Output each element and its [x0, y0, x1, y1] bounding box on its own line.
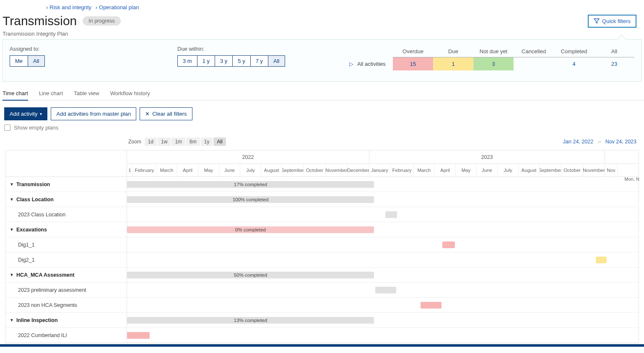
gantt-bar[interactable]: 17% completed [127, 181, 374, 188]
tab-workflow-history[interactable]: Workflow history [110, 88, 150, 100]
gantt-group-label[interactable]: HCA_MCA Assessment [16, 272, 75, 278]
gantt-task-label[interactable]: Dig2_1 [18, 257, 35, 263]
gantt-bar[interactable]: 100% completed [127, 196, 374, 203]
gantt-bar[interactable] [421, 302, 441, 309]
quick-filters-button[interactable]: Quick filters [588, 15, 636, 28]
summary-header: Cancelled [514, 46, 554, 57]
summary-header: Not due yet [473, 46, 514, 57]
arrow-right-icon: → [597, 139, 602, 145]
zoom-option[interactable]: 1y [201, 138, 213, 146]
due-within-option[interactable]: 3 m [177, 55, 197, 67]
summary-cell [514, 57, 554, 71]
timeline-month: November [583, 164, 605, 176]
zoom-option[interactable]: 1w [158, 138, 171, 146]
due-within-option[interactable]: 7 y [251, 55, 268, 67]
timeline-month: May [456, 164, 477, 176]
gantt-bar[interactable] [385, 211, 397, 218]
gantt-task-row[interactable]: Dig2_1 [5, 252, 127, 267]
due-within-option[interactable]: 3 y [215, 55, 233, 67]
gantt-task-row[interactable]: 2022 Cumberland ILI [5, 328, 127, 343]
gantt-group-row[interactable]: ▼HCA_MCA Assessment [5, 267, 127, 283]
gantt-task-label[interactable]: Dig1_1 [18, 242, 35, 248]
gantt-group-row[interactable]: ▼Inline Inspection [5, 313, 127, 328]
timeline-month: February [390, 164, 414, 176]
breadcrumb-item[interactable]: › Operational plan [96, 4, 139, 10]
gantt-bar[interactable] [127, 332, 150, 339]
timeline-year: 2022 [127, 151, 369, 164]
assigned-to-option[interactable]: All [28, 55, 44, 67]
gantt-group-label[interactable]: Class Location [16, 197, 54, 202]
gantt-chart: Mon, N 20222023 1FebruaryMarchAprilMayJu… [5, 150, 639, 343]
date-range-from[interactable]: Jan 24, 2022 [563, 139, 593, 145]
date-range-to[interactable]: Nov 24, 2023 [605, 139, 636, 145]
gantt-group-row[interactable]: ▼Transmission [5, 177, 127, 192]
due-within-option[interactable]: 5 y [233, 55, 250, 67]
timeline-month: March [156, 164, 177, 176]
breadcrumb-item[interactable]: › Risk and integrity [46, 4, 91, 10]
timeline-month: March [414, 164, 435, 176]
summary-cell[interactable]: 23 [594, 57, 634, 71]
collapse-icon[interactable]: ▼ [10, 227, 14, 232]
collapse-icon[interactable]: ▼ [10, 182, 14, 187]
zoom-option[interactable]: 1d [145, 138, 157, 146]
gantt-task-row[interactable]: 2023 non HCA Segments [5, 298, 127, 313]
tab-time-chart[interactable]: Time chart [3, 88, 28, 101]
timeline-month: August [261, 164, 282, 176]
gantt-task-label[interactable]: 2023 Class Location [18, 212, 65, 218]
summary-cell[interactable]: 15 [393, 57, 433, 71]
gantt-task-row[interactable]: 2023 preliminary assessment [5, 283, 127, 298]
gantt-timeline-row: 100% completed [127, 192, 639, 207]
assigned-to-option[interactable]: Me [10, 55, 28, 67]
gantt-group-row[interactable]: ▼Class Location [5, 192, 127, 207]
date-range: Jan 24, 2022 → Nov 24, 2023 [563, 139, 636, 145]
summary-cell[interactable]: 4 [554, 57, 594, 71]
filter-panel: Assigned to: MeAll Due within: 3 m1 y3 y… [3, 39, 641, 82]
zoom-option[interactable]: All [213, 138, 226, 146]
add-activity-button[interactable]: Add activity▾ [4, 107, 47, 120]
collapse-icon[interactable]: ▼ [10, 197, 14, 202]
collapse-icon[interactable]: ▼ [10, 273, 14, 277]
show-empty-plans-checkbox[interactable] [4, 125, 10, 131]
gantt-bar[interactable] [442, 241, 455, 248]
timeline-month: September [540, 164, 561, 176]
chevron-right-icon: › [96, 4, 97, 10]
gantt-task-label[interactable]: 2023 non HCA Segments [18, 302, 77, 308]
timeline-month: February [133, 164, 156, 176]
timeline-month: January [369, 164, 390, 176]
collapse-icon[interactable]: ▼ [10, 318, 14, 322]
add-from-master-button[interactable]: Add activities from master plan [51, 107, 136, 120]
gantt-group-label[interactable]: Inline Inspection [16, 317, 58, 323]
summary-cell[interactable]: 3 [473, 57, 514, 71]
gantt-bar[interactable] [596, 257, 607, 263]
gantt-bar[interactable]: 13% completed [127, 317, 374, 324]
zoom-option[interactable]: 6m [186, 138, 200, 146]
gantt-bar[interactable]: 0% completed [127, 226, 374, 233]
gantt-task-label[interactable]: 2023 preliminary assessment [18, 287, 86, 293]
tab-line-chart[interactable]: Line chart [39, 88, 63, 100]
page-title: Transmission [3, 14, 77, 28]
summary-row-label[interactable]: ▷ All activities [347, 57, 393, 71]
gantt-bar[interactable] [375, 287, 396, 293]
timeline-month: May [198, 164, 219, 176]
footer-bar [0, 344, 644, 347]
gantt-task-row[interactable]: Dig1_1 [5, 237, 127, 252]
gantt-timeline-row: 50% completed [127, 267, 639, 283]
gantt-group-label[interactable]: Excavations [16, 227, 47, 233]
tab-table-view[interactable]: Table view [74, 88, 99, 100]
due-within-option[interactable]: All [268, 55, 285, 67]
gantt-bar[interactable]: 50% completed [127, 272, 374, 278]
due-within-option[interactable]: 1 y [197, 55, 215, 67]
timeline-month: Nov [605, 164, 618, 176]
timeline-month: August [519, 164, 540, 176]
timeline-month: April [177, 164, 198, 176]
gantt-group-label[interactable]: Transmission [16, 182, 50, 187]
gantt-group-row[interactable]: ▼Excavations [5, 222, 127, 237]
summary-cell[interactable]: 1 [433, 57, 473, 71]
chevron-right-icon: › [46, 4, 48, 10]
gantt-task-row[interactable]: 2023 Class Location [5, 207, 127, 222]
breadcrumb: › Risk and integrity › Operational plan [0, 0, 644, 12]
timeline-month: July [240, 164, 261, 176]
zoom-option[interactable]: 1m [171, 138, 185, 146]
gantt-task-label[interactable]: 2022 Cumberland ILI [18, 332, 67, 338]
clear-all-filters-button[interactable]: ✕ Clear all filters [140, 107, 192, 120]
